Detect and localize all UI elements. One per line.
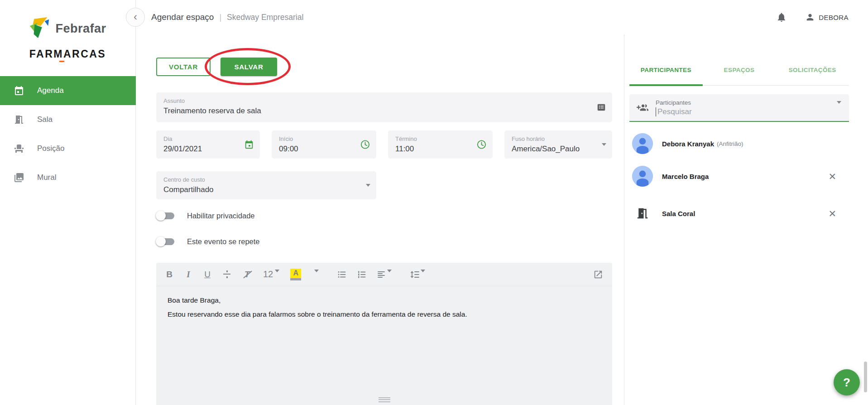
title-separator: |	[219, 13, 221, 22]
field-value: 09:00	[279, 145, 369, 154]
user-name: DEBORA	[819, 14, 849, 21]
sidebar-item-sala[interactable]: Sala	[0, 105, 136, 134]
image-icon	[14, 172, 25, 183]
field-value: Compartilhado	[163, 185, 369, 194]
participants-list: Debora Kranyak (Anfitrião) Marcelo Braga…	[629, 127, 868, 230]
door-icon	[14, 114, 25, 125]
field-label: Fuso horário	[512, 135, 605, 142]
strikethrough-button[interactable]	[222, 269, 231, 280]
page-subtitle: Skedway Empresarial	[227, 13, 303, 22]
field-label: Dia	[163, 135, 253, 142]
person-icon	[805, 12, 815, 22]
help-button[interactable]: ?	[834, 369, 860, 395]
remove-room-button[interactable]: ✕	[828, 209, 836, 218]
search-label: Participantes	[656, 99, 692, 106]
sidebar-item-label: Posição	[37, 144, 64, 153]
privacidade-toggle[interactable]	[157, 212, 174, 219]
field-label: Centro de custo	[163, 176, 369, 183]
sidebar-menu: Agenda Sala Posição Mural	[0, 76, 136, 192]
text-align-dropdown[interactable]	[377, 269, 392, 280]
farmarcas-orange-dash	[59, 61, 64, 62]
field-label: Início	[279, 135, 369, 142]
farmarcas-logo-text: FARMARCAS	[29, 48, 106, 60]
field-value: America/Sao_Paulo	[512, 145, 605, 154]
clock-icon[interactable]	[476, 140, 487, 150]
centro-de-custo-select[interactable]: Centro de custo Compartilhado	[156, 171, 376, 199]
font-size-dropdown[interactable]: 12	[263, 269, 279, 280]
description-editor[interactable]: B I U UT 12 A	[156, 263, 612, 405]
editor-resize-handle[interactable]	[379, 397, 390, 404]
italic-button[interactable]: I	[184, 269, 192, 280]
brand-logo: Febrafar FARMARCAS	[0, 0, 135, 60]
participant-name: Marcelo Braga	[662, 173, 709, 180]
fuso-horario-select[interactable]: Fuso horário America/Sao_Paulo	[504, 130, 612, 159]
toggle-label: Este evento se repete	[187, 237, 260, 246]
inicio-field[interactable]: Início 09:00	[272, 130, 376, 159]
question-mark-icon: ?	[843, 376, 850, 390]
sidebar-item-label: Sala	[37, 115, 53, 124]
user-menu[interactable]: DEBORA	[805, 12, 849, 22]
highlight-color-dropdown[interactable]	[312, 269, 320, 280]
sidebar-item-agenda[interactable]: Agenda	[0, 76, 136, 105]
assunto-field[interactable]: Assunto Treinamento reserva de sala	[156, 92, 612, 122]
participant-row-marcelo: Marcelo Braga ✕	[629, 160, 868, 193]
participants-search-field[interactable]: Participantes Pesquisar	[629, 94, 849, 122]
field-label: Assunto	[163, 97, 605, 104]
participant-row-debora: Debora Kranyak (Anfitrião)	[629, 127, 868, 160]
participant-row-sala-coral: Sala Coral ✕	[629, 197, 868, 230]
search-input[interactable]: Pesquisar	[656, 107, 692, 116]
line-spacing-dropdown[interactable]	[410, 269, 425, 280]
clock-icon[interactable]	[360, 140, 370, 150]
booking-form: VOLTAR SALVAR Assunto Treinamento reserv…	[136, 34, 624, 405]
page-title: Agendar espaço	[151, 12, 214, 22]
tab-espacos[interactable]: ESPAÇOS	[703, 54, 776, 85]
sidebar-item-posicao[interactable]: Posição	[0, 134, 136, 163]
participant-name: Debora Kranyak	[662, 140, 714, 148]
door-icon	[632, 203, 653, 224]
clear-formatting-button[interactable]: UT	[242, 269, 252, 280]
privacidade-toggle-row: Habilitar privacidade	[156, 210, 624, 221]
salvar-button[interactable]: SALVAR	[221, 58, 277, 76]
avatar	[632, 133, 653, 154]
sidebar-item-label: Agenda	[37, 86, 64, 95]
editor-paragraph: Boa tarde Braga,	[168, 296, 601, 304]
editor-content[interactable]: Boa tarde Braga, Estou reservando esse d…	[156, 286, 612, 334]
agendar-espaco-page: Febrafar FARMARCAS Agenda Sala	[0, 0, 868, 405]
chevron-down-icon[interactable]	[366, 184, 370, 187]
notifications-button[interactable]	[776, 12, 787, 23]
underline-button[interactable]: U	[203, 269, 211, 280]
termino-field[interactable]: Término 11:00	[388, 130, 493, 159]
bulleted-list-button[interactable]	[337, 269, 346, 280]
voltar-button[interactable]: VOLTAR	[156, 58, 211, 76]
remove-participant-button[interactable]: ✕	[828, 172, 836, 181]
calendar-icon	[14, 85, 25, 96]
calendar-picker-icon[interactable]	[244, 140, 254, 149]
expand-editor-button[interactable]	[593, 269, 603, 280]
highlight-color-button[interactable]: A	[290, 269, 301, 280]
chevron-down-icon[interactable]	[837, 104, 841, 112]
vertical-scrollbar[interactable]	[864, 362, 867, 392]
seat-icon	[14, 143, 25, 154]
chevron-down-icon[interactable]	[602, 143, 606, 146]
editor-paragraph: Estou reservando esse dia para falarmos …	[168, 310, 601, 318]
tab-participantes[interactable]: PARTICIPANTES	[629, 54, 703, 85]
editor-toolbar: B I U UT 12 A	[156, 263, 612, 286]
contact-card-icon[interactable]	[596, 102, 606, 112]
repete-toggle[interactable]	[157, 238, 174, 245]
bold-button[interactable]: B	[165, 269, 173, 280]
febrafar-logo-text: Febrafar	[55, 22, 106, 36]
toggle-label: Habilitar privacidade	[187, 212, 255, 220]
sidebar-item-mural[interactable]: Mural	[0, 163, 136, 192]
bell-icon	[776, 12, 787, 23]
numbered-list-button[interactable]	[357, 269, 366, 280]
person-add-icon	[629, 102, 656, 114]
repete-toggle-row: Este evento se repete	[156, 236, 624, 247]
sidebar-item-label: Mural	[37, 173, 57, 182]
sidebar: Febrafar FARMARCAS Agenda Sala	[0, 0, 136, 405]
participant-name: Sala Coral	[662, 210, 695, 217]
tab-solicitacoes[interactable]: SOLICITAÇÕES	[776, 54, 849, 85]
avatar	[632, 166, 653, 187]
field-label: Término	[395, 135, 485, 142]
back-button[interactable]: ‹	[126, 8, 145, 27]
dia-field[interactable]: Dia 29/01/2021	[156, 130, 260, 159]
